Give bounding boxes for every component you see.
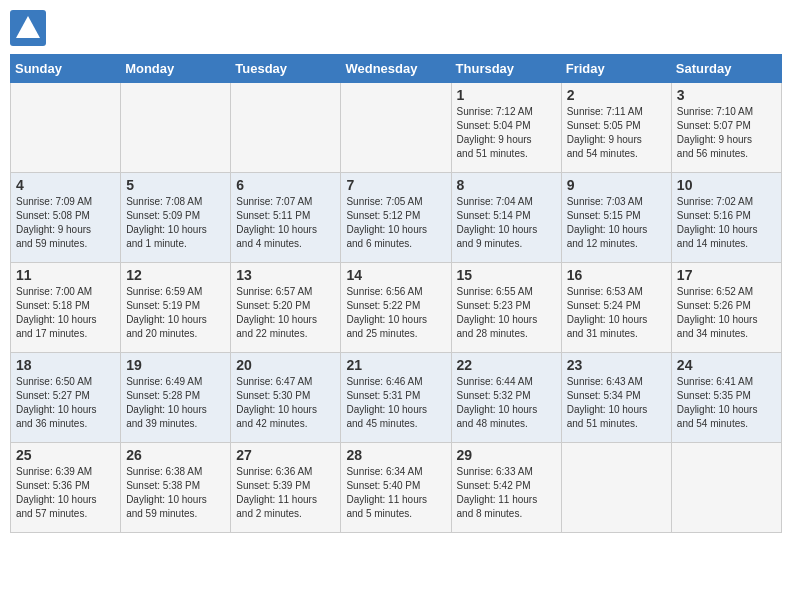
header-tuesday: Tuesday <box>231 55 341 83</box>
calendar-cell: 16Sunrise: 6:53 AM Sunset: 5:24 PM Dayli… <box>561 263 671 353</box>
day-number: 20 <box>236 357 335 373</box>
logo-icon <box>10 10 46 46</box>
day-detail: Sunrise: 6:50 AM Sunset: 5:27 PM Dayligh… <box>16 375 115 431</box>
day-detail: Sunrise: 7:07 AM Sunset: 5:11 PM Dayligh… <box>236 195 335 251</box>
calendar-cell: 26Sunrise: 6:38 AM Sunset: 5:38 PM Dayli… <box>121 443 231 533</box>
day-detail: Sunrise: 6:55 AM Sunset: 5:23 PM Dayligh… <box>457 285 556 341</box>
day-number: 14 <box>346 267 445 283</box>
day-detail: Sunrise: 6:43 AM Sunset: 5:34 PM Dayligh… <box>567 375 666 431</box>
page-header <box>10 10 782 46</box>
header-wednesday: Wednesday <box>341 55 451 83</box>
day-detail: Sunrise: 6:49 AM Sunset: 5:28 PM Dayligh… <box>126 375 225 431</box>
calendar-week-row: 18Sunrise: 6:50 AM Sunset: 5:27 PM Dayli… <box>11 353 782 443</box>
day-detail: Sunrise: 6:38 AM Sunset: 5:38 PM Dayligh… <box>126 465 225 521</box>
calendar-cell <box>561 443 671 533</box>
day-detail: Sunrise: 6:53 AM Sunset: 5:24 PM Dayligh… <box>567 285 666 341</box>
calendar-cell: 17Sunrise: 6:52 AM Sunset: 5:26 PM Dayli… <box>671 263 781 353</box>
day-number: 12 <box>126 267 225 283</box>
day-number: 1 <box>457 87 556 103</box>
day-number: 4 <box>16 177 115 193</box>
day-number: 19 <box>126 357 225 373</box>
day-number: 16 <box>567 267 666 283</box>
calendar-cell: 14Sunrise: 6:56 AM Sunset: 5:22 PM Dayli… <box>341 263 451 353</box>
day-detail: Sunrise: 7:09 AM Sunset: 5:08 PM Dayligh… <box>16 195 115 251</box>
calendar-cell: 1Sunrise: 7:12 AM Sunset: 5:04 PM Daylig… <box>451 83 561 173</box>
day-number: 22 <box>457 357 556 373</box>
calendar-cell: 21Sunrise: 6:46 AM Sunset: 5:31 PM Dayli… <box>341 353 451 443</box>
calendar-cell: 19Sunrise: 6:49 AM Sunset: 5:28 PM Dayli… <box>121 353 231 443</box>
day-detail: Sunrise: 7:08 AM Sunset: 5:09 PM Dayligh… <box>126 195 225 251</box>
day-detail: Sunrise: 7:04 AM Sunset: 5:14 PM Dayligh… <box>457 195 556 251</box>
day-detail: Sunrise: 6:36 AM Sunset: 5:39 PM Dayligh… <box>236 465 335 521</box>
header-friday: Friday <box>561 55 671 83</box>
calendar-cell <box>671 443 781 533</box>
day-number: 10 <box>677 177 776 193</box>
day-number: 26 <box>126 447 225 463</box>
day-detail: Sunrise: 6:33 AM Sunset: 5:42 PM Dayligh… <box>457 465 556 521</box>
calendar-cell: 5Sunrise: 7:08 AM Sunset: 5:09 PM Daylig… <box>121 173 231 263</box>
day-number: 11 <box>16 267 115 283</box>
day-number: 29 <box>457 447 556 463</box>
calendar-cell <box>341 83 451 173</box>
day-number: 28 <box>346 447 445 463</box>
day-detail: Sunrise: 7:05 AM Sunset: 5:12 PM Dayligh… <box>346 195 445 251</box>
calendar-header-row: SundayMondayTuesdayWednesdayThursdayFrid… <box>11 55 782 83</box>
day-number: 24 <box>677 357 776 373</box>
day-detail: Sunrise: 6:34 AM Sunset: 5:40 PM Dayligh… <box>346 465 445 521</box>
day-number: 17 <box>677 267 776 283</box>
day-number: 3 <box>677 87 776 103</box>
day-number: 8 <box>457 177 556 193</box>
calendar-week-row: 25Sunrise: 6:39 AM Sunset: 5:36 PM Dayli… <box>11 443 782 533</box>
day-number: 15 <box>457 267 556 283</box>
calendar-cell: 20Sunrise: 6:47 AM Sunset: 5:30 PM Dayli… <box>231 353 341 443</box>
calendar-cell: 10Sunrise: 7:02 AM Sunset: 5:16 PM Dayli… <box>671 173 781 263</box>
day-number: 6 <box>236 177 335 193</box>
calendar-cell: 7Sunrise: 7:05 AM Sunset: 5:12 PM Daylig… <box>341 173 451 263</box>
day-detail: Sunrise: 6:56 AM Sunset: 5:22 PM Dayligh… <box>346 285 445 341</box>
day-detail: Sunrise: 7:12 AM Sunset: 5:04 PM Dayligh… <box>457 105 556 161</box>
calendar-cell: 6Sunrise: 7:07 AM Sunset: 5:11 PM Daylig… <box>231 173 341 263</box>
calendar-cell: 18Sunrise: 6:50 AM Sunset: 5:27 PM Dayli… <box>11 353 121 443</box>
day-detail: Sunrise: 6:41 AM Sunset: 5:35 PM Dayligh… <box>677 375 776 431</box>
day-number: 9 <box>567 177 666 193</box>
day-detail: Sunrise: 6:44 AM Sunset: 5:32 PM Dayligh… <box>457 375 556 431</box>
logo <box>10 10 48 46</box>
day-detail: Sunrise: 6:59 AM Sunset: 5:19 PM Dayligh… <box>126 285 225 341</box>
header-thursday: Thursday <box>451 55 561 83</box>
day-number: 13 <box>236 267 335 283</box>
calendar-cell: 13Sunrise: 6:57 AM Sunset: 5:20 PM Dayli… <box>231 263 341 353</box>
day-detail: Sunrise: 7:02 AM Sunset: 5:16 PM Dayligh… <box>677 195 776 251</box>
calendar-cell: 8Sunrise: 7:04 AM Sunset: 5:14 PM Daylig… <box>451 173 561 263</box>
calendar-week-row: 4Sunrise: 7:09 AM Sunset: 5:08 PM Daylig… <box>11 173 782 263</box>
calendar-cell: 29Sunrise: 6:33 AM Sunset: 5:42 PM Dayli… <box>451 443 561 533</box>
header-saturday: Saturday <box>671 55 781 83</box>
calendar-cell: 22Sunrise: 6:44 AM Sunset: 5:32 PM Dayli… <box>451 353 561 443</box>
day-number: 21 <box>346 357 445 373</box>
day-detail: Sunrise: 7:03 AM Sunset: 5:15 PM Dayligh… <box>567 195 666 251</box>
calendar-cell: 25Sunrise: 6:39 AM Sunset: 5:36 PM Dayli… <box>11 443 121 533</box>
day-detail: Sunrise: 7:10 AM Sunset: 5:07 PM Dayligh… <box>677 105 776 161</box>
header-monday: Monday <box>121 55 231 83</box>
day-detail: Sunrise: 6:46 AM Sunset: 5:31 PM Dayligh… <box>346 375 445 431</box>
day-number: 7 <box>346 177 445 193</box>
calendar-cell: 9Sunrise: 7:03 AM Sunset: 5:15 PM Daylig… <box>561 173 671 263</box>
day-detail: Sunrise: 7:11 AM Sunset: 5:05 PM Dayligh… <box>567 105 666 161</box>
day-number: 27 <box>236 447 335 463</box>
day-detail: Sunrise: 6:52 AM Sunset: 5:26 PM Dayligh… <box>677 285 776 341</box>
calendar-cell: 23Sunrise: 6:43 AM Sunset: 5:34 PM Dayli… <box>561 353 671 443</box>
calendar-table: SundayMondayTuesdayWednesdayThursdayFrid… <box>10 54 782 533</box>
calendar-cell: 24Sunrise: 6:41 AM Sunset: 5:35 PM Dayli… <box>671 353 781 443</box>
day-detail: Sunrise: 6:47 AM Sunset: 5:30 PM Dayligh… <box>236 375 335 431</box>
calendar-week-row: 11Sunrise: 7:00 AM Sunset: 5:18 PM Dayli… <box>11 263 782 353</box>
calendar-cell: 27Sunrise: 6:36 AM Sunset: 5:39 PM Dayli… <box>231 443 341 533</box>
calendar-cell <box>231 83 341 173</box>
day-detail: Sunrise: 7:00 AM Sunset: 5:18 PM Dayligh… <box>16 285 115 341</box>
day-number: 18 <box>16 357 115 373</box>
day-number: 5 <box>126 177 225 193</box>
day-detail: Sunrise: 6:39 AM Sunset: 5:36 PM Dayligh… <box>16 465 115 521</box>
calendar-cell: 15Sunrise: 6:55 AM Sunset: 5:23 PM Dayli… <box>451 263 561 353</box>
calendar-cell <box>11 83 121 173</box>
calendar-cell: 28Sunrise: 6:34 AM Sunset: 5:40 PM Dayli… <box>341 443 451 533</box>
calendar-cell <box>121 83 231 173</box>
header-sunday: Sunday <box>11 55 121 83</box>
